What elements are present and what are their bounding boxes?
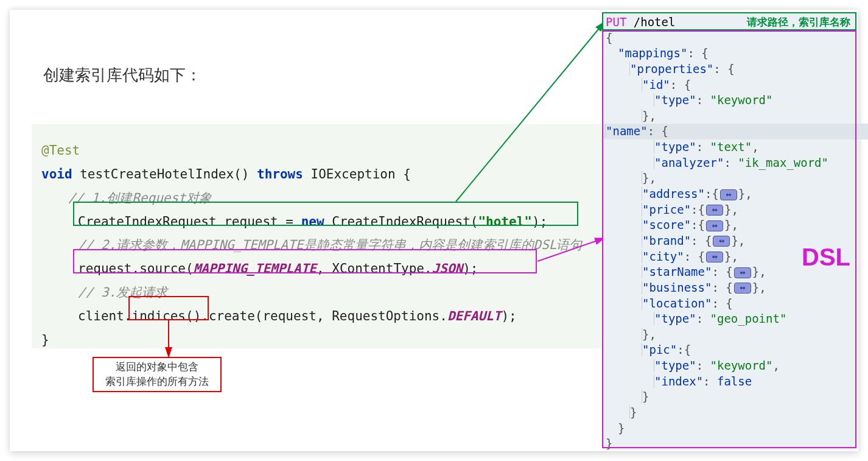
exception-decl: IOException { xyxy=(303,167,411,181)
json-const: JSON xyxy=(432,261,463,276)
properties-key: "properties" xyxy=(630,62,713,76)
comment-1: // 1.创建Request对象 xyxy=(68,191,212,205)
comment-2: // 2.请求参数，MAPPING_TEMPLATE是静态常量字符串，内容是创建… xyxy=(78,238,582,252)
fold-icon[interactable] xyxy=(734,267,751,278)
pic-type-key: "type" xyxy=(654,359,696,372)
json-open: { xyxy=(606,31,612,44)
annotation-line2: 索引库操作的所有方法 xyxy=(105,375,209,389)
code-create-req-b: CreateIndexRequest( xyxy=(324,214,478,229)
put-method: PUT xyxy=(606,15,626,29)
name-analyzer-key: "analyzer" xyxy=(654,156,724,169)
fold-icon[interactable] xyxy=(706,205,723,216)
name-type-key: "type" xyxy=(654,140,696,153)
dsl-path: /hotel xyxy=(626,15,675,29)
default-const: DEFAULT xyxy=(447,309,502,323)
mappings-key: "mappings" xyxy=(618,46,687,60)
close-brace: } xyxy=(41,333,49,347)
method-sig: testCreateHotelIndex() xyxy=(72,167,257,181)
test-annotation: @Test xyxy=(41,143,80,158)
brand-key: "brand" xyxy=(642,234,691,247)
pic-key: "pic" xyxy=(642,343,677,356)
throws-keyword: throws xyxy=(257,167,303,181)
location-type-key: "type" xyxy=(654,312,696,325)
business-key: "business" xyxy=(642,281,712,294)
pic-index-val: false xyxy=(717,375,752,388)
location-type-val: "geo_point" xyxy=(710,312,787,325)
starName-key: "starName" xyxy=(642,265,712,278)
slide-container: 创建索引库代码如下： @Test void testCreateHotelInd… xyxy=(10,10,858,451)
code-source-c: ); xyxy=(463,261,478,276)
location-key: "location" xyxy=(642,297,712,310)
fold-icon[interactable] xyxy=(734,283,751,294)
dsl-big-label: DSL xyxy=(802,241,850,273)
name-type-val: "text" xyxy=(710,140,752,153)
price-key: "price" xyxy=(642,203,691,216)
fold-icon[interactable] xyxy=(706,252,723,262)
red-annotation-callout: 返回的对象中包含 索引库操作的所有方法 xyxy=(93,357,222,392)
pic-type-val: "keyword" xyxy=(710,359,773,372)
slide-title: 创建索引库代码如下： xyxy=(43,65,201,86)
pic-index-key: "index" xyxy=(654,375,703,388)
fold-icon[interactable] xyxy=(706,220,723,231)
void-keyword: void xyxy=(41,167,72,181)
code-source-a: request.source( xyxy=(78,261,194,276)
code-create-req: CreateIndexRequest request = xyxy=(78,214,301,229)
id-type-val: "keyword" xyxy=(710,93,773,107)
code-source-b: , XContentType. xyxy=(317,261,432,276)
city-key: "city" xyxy=(642,250,684,263)
hotel-string: "hotel" xyxy=(478,214,532,229)
java-code-block: @Test void testCreateHotelIndex() throws… xyxy=(32,124,601,348)
fold-icon[interactable] xyxy=(720,189,737,200)
address-key: "address" xyxy=(642,187,705,200)
code-create-req-c: ); xyxy=(532,214,547,229)
new-keyword: new xyxy=(301,214,324,229)
annotation-line1: 返回的对象中包含 xyxy=(116,360,198,375)
code-client-b: ); xyxy=(501,309,516,323)
fold-icon[interactable] xyxy=(713,236,730,247)
dsl-path-annotation: 请求路径，索引库名称 xyxy=(747,16,850,30)
name-key: "name" xyxy=(606,124,648,138)
id-type-key: "type" xyxy=(654,93,696,107)
score-key: "score" xyxy=(642,218,691,231)
code-client-a: client.indices().create(request, Request… xyxy=(78,309,447,323)
dsl-code-panel: PUT /hotel 请求路径，索引库名称 { "mappings": { "p… xyxy=(602,12,856,449)
mapping-template-const: MAPPING_TEMPLATE xyxy=(194,261,317,276)
name-analyzer-val: "ik_max_word" xyxy=(738,156,828,169)
id-key: "id" xyxy=(642,78,670,91)
comment-3: // 3.发起请求 xyxy=(78,285,167,300)
